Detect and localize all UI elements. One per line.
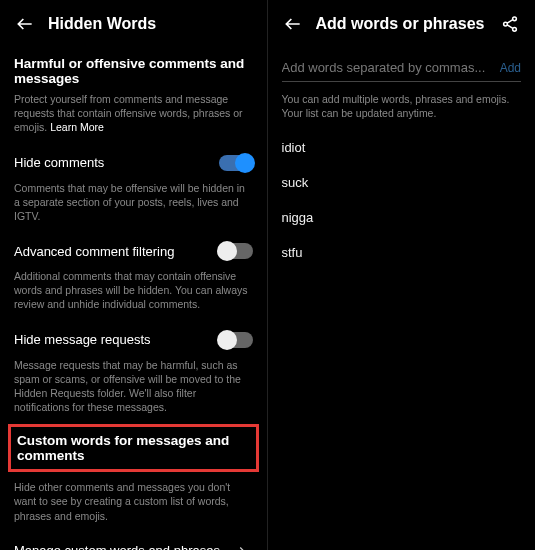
harmful-section-title: Harmful or offensive comments and messag… <box>14 56 253 86</box>
back-icon[interactable] <box>282 13 304 35</box>
page-title: Add words or phrases <box>316 15 488 33</box>
header-right: Add words or phrases <box>282 0 522 44</box>
hide-comments-toggle[interactable] <box>219 155 253 171</box>
advanced-filtering-desc: Additional comments that may contain off… <box>14 269 253 312</box>
custom-words-title: Custom words for messages and comments <box>17 433 250 463</box>
hide-message-requests-row[interactable]: Hide message requests <box>14 322 253 358</box>
share-icon[interactable] <box>499 13 521 35</box>
svg-point-2 <box>513 27 517 31</box>
word-item[interactable]: idiot <box>282 130 522 165</box>
advanced-filtering-label: Advanced comment filtering <box>14 244 174 259</box>
page-title: Hidden Words <box>48 15 253 33</box>
back-icon[interactable] <box>14 13 36 35</box>
learn-more-link[interactable]: Learn More <box>50 121 104 133</box>
add-words-screen: Add words or phrases Add You can add mul… <box>268 0 536 550</box>
hide-message-requests-label: Hide message requests <box>14 332 151 347</box>
add-button[interactable]: Add <box>500 61 521 75</box>
advanced-filtering-row[interactable]: Advanced comment filtering <box>14 233 253 269</box>
chevron-right-icon <box>231 540 253 550</box>
words-list: idiotsuckniggastfu <box>282 130 522 270</box>
hidden-words-screen: Hidden Words Harmful or offensive commen… <box>0 0 268 550</box>
svg-point-0 <box>513 17 517 21</box>
word-item[interactable]: nigga <box>282 200 522 235</box>
hide-comments-desc: Comments that may be offensive will be h… <box>14 181 253 224</box>
add-words-input-row: Add <box>282 54 522 82</box>
custom-words-desc: Hide other comments and messages you don… <box>14 480 253 523</box>
advanced-filtering-toggle[interactable] <box>219 243 253 259</box>
hide-comments-row[interactable]: Hide comments <box>14 145 253 181</box>
harmful-desc-text: Protect yourself from comments and messa… <box>14 93 243 133</box>
harmful-section-desc: Protect yourself from comments and messa… <box>14 92 253 135</box>
svg-point-1 <box>504 22 508 26</box>
add-words-hint: You can add multiple words, phrases and … <box>282 92 522 120</box>
manage-custom-words-label: Manage custom words and phrases <box>14 543 220 550</box>
manage-custom-words-row[interactable]: Manage custom words and phrases <box>14 533 253 550</box>
hide-message-requests-desc: Message requests that may be harmful, su… <box>14 358 253 415</box>
header-left: Hidden Words <box>14 0 253 44</box>
hide-comments-label: Hide comments <box>14 155 104 170</box>
add-words-input[interactable] <box>282 60 500 75</box>
word-item[interactable]: suck <box>282 165 522 200</box>
word-item[interactable]: stfu <box>282 235 522 270</box>
hide-message-requests-toggle[interactable] <box>219 332 253 348</box>
custom-words-highlight: Custom words for messages and comments <box>8 424 259 472</box>
